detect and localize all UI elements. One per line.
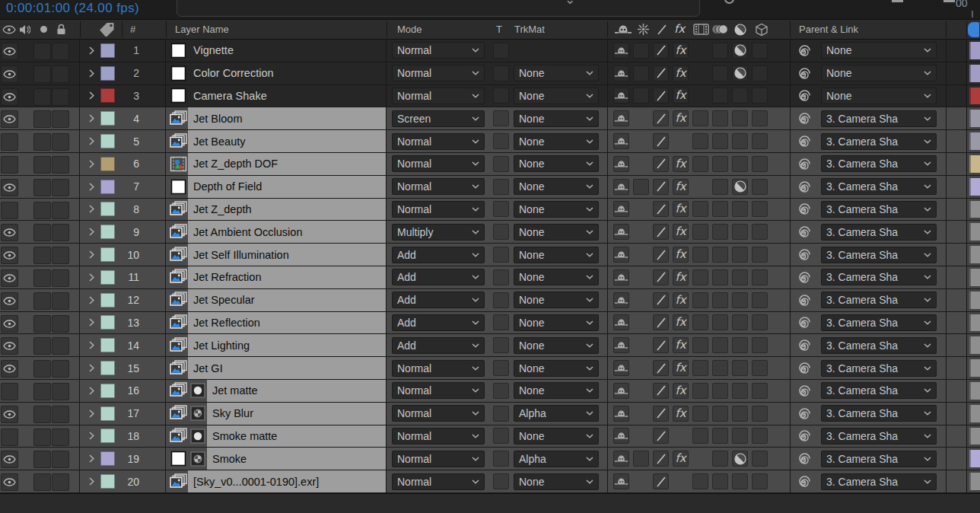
quality-toggle[interactable]	[653, 337, 669, 353]
collapse-transformations-icon[interactable]	[637, 20, 650, 39]
trkmat-dropdown[interactable]: None	[514, 314, 599, 331]
fx-toggle[interactable]: fx	[673, 110, 689, 126]
parent-dropdown[interactable]: None	[821, 65, 937, 81]
parent-dropdown[interactable]: 3. Camera Sha	[821, 224, 937, 241]
mode-dropdown[interactable]: Add	[392, 337, 485, 354]
pick-whip-icon[interactable]	[798, 89, 811, 102]
expand-chevron-icon[interactable]	[89, 205, 94, 213]
video-eye-toggle[interactable]	[1, 360, 18, 378]
label-color-swatch[interactable]	[100, 270, 115, 285]
collapse-transformations-toggle[interactable]	[633, 133, 649, 149]
timeline-track[interactable]	[966, 130, 980, 152]
label-color-swatch[interactable]	[100, 225, 115, 239]
layer-name-cell[interactable]: Jet Lighting	[166, 334, 387, 356]
t-switch-box[interactable]	[493, 383, 509, 399]
motion-blur-toggle[interactable]	[712, 292, 728, 308]
parent-dropdown[interactable]: 3. Camera Sha	[821, 201, 937, 218]
frame-blend-toggle[interactable]	[692, 360, 708, 376]
quality-toggle[interactable]	[653, 292, 669, 308]
expand-chevron-icon[interactable]	[89, 228, 94, 236]
layer-name-cell[interactable]: Depth of Field	[166, 176, 387, 198]
video-eye-toggle[interactable]	[1, 473, 18, 491]
t-switch-box[interactable]	[493, 473, 509, 489]
shy-toggle[interactable]	[613, 247, 629, 263]
shy-toggle[interactable]	[613, 360, 629, 376]
timeline-track[interactable]	[966, 176, 980, 198]
t-switch-box[interactable]	[493, 428, 509, 444]
fx-toggle[interactable]: fx	[673, 292, 689, 308]
column-hash[interactable]: #	[130, 20, 135, 39]
label-color-swatch[interactable]	[100, 66, 115, 81]
parent-dropdown[interactable]: 3. Camera Sha	[821, 451, 937, 467]
timeline-track[interactable]	[966, 334, 980, 356]
shy-toggle[interactable]	[613, 473, 629, 489]
cube-3d-toggle[interactable]	[752, 473, 768, 489]
layer-duration-bar[interactable]	[969, 314, 980, 332]
layer-name[interactable]: Jet matte	[207, 380, 386, 402]
layer-name-cell[interactable]: Jet matte	[166, 380, 387, 402]
adjustment-layer-toggle[interactable]	[732, 65, 748, 81]
mode-dropdown[interactable]: Normal	[392, 201, 485, 218]
lock-toggle[interactable]	[52, 179, 69, 196]
trkmat-dropdown[interactable]: None	[514, 269, 599, 285]
adjustment-layer-toggle[interactable]	[732, 269, 748, 285]
motion-blur-toggle[interactable]	[712, 133, 728, 149]
layer-name[interactable]: Depth of Field	[188, 176, 386, 198]
quality-toggle[interactable]	[653, 88, 669, 104]
lock-toggle[interactable]	[52, 65, 69, 83]
fx-toggle[interactable]: fx	[673, 201, 689, 217]
t-switch-box[interactable]	[493, 360, 509, 376]
quality-toggle[interactable]	[653, 314, 669, 330]
label-color-swatch[interactable]	[100, 474, 115, 489]
layer-name-cell[interactable]: Jet Refraction	[166, 266, 387, 288]
parent-dropdown[interactable]: 3. Camera Sha	[821, 405, 937, 422]
motion-blur-toggle[interactable]	[712, 156, 728, 172]
motion-blur-toggle[interactable]	[712, 247, 728, 263]
solo-toggle[interactable]	[33, 269, 51, 287]
label-color-swatch[interactable]	[100, 43, 115, 58]
video-eye-toggle[interactable]	[1, 315, 18, 333]
quality-toggle[interactable]	[653, 110, 669, 126]
parent-dropdown[interactable]: 3. Camera Sha	[821, 292, 937, 308]
collapse-transformations-toggle[interactable]	[633, 451, 649, 467]
timeline-track[interactable]	[966, 221, 980, 243]
video-eye-toggle[interactable]	[1, 451, 18, 468]
layer-duration-bar[interactable]	[969, 269, 980, 286]
trkmat-dropdown[interactable]: None	[514, 133, 599, 150]
cube-3d-toggle[interactable]	[752, 133, 768, 149]
mode-dropdown[interactable]: Normal	[392, 451, 485, 467]
parent-dropdown[interactable]: 3. Camera Sha	[821, 178, 937, 195]
layer-name[interactable]: Jet Lighting	[188, 334, 386, 356]
shy-toggle[interactable]	[613, 88, 629, 104]
lock-toggle[interactable]	[52, 292, 69, 310]
collapse-transformations-toggle[interactable]	[633, 224, 649, 240]
trkmat-dropdown[interactable]: Alpha	[514, 405, 599, 422]
lock-toggle[interactable]	[52, 156, 69, 174]
cube-3d-toggle[interactable]	[752, 247, 768, 263]
pick-whip-icon[interactable]	[798, 202, 811, 215]
shy-toggle[interactable]	[613, 201, 629, 217]
layer-name-cell[interactable]: Color Correction	[166, 62, 387, 84]
trkmat-dropdown[interactable]: None	[514, 473, 599, 490]
frame-blend-toggle[interactable]	[692, 224, 708, 240]
collapse-transformations-toggle[interactable]	[633, 360, 649, 376]
layer-name-cell[interactable]: Camera Shake	[166, 85, 387, 107]
trkmat-dropdown[interactable]: None	[514, 382, 599, 399]
mode-dropdown[interactable]: Normal	[392, 88, 485, 104]
layer-row[interactable]: 7Depth of FieldNormalNonefx3. Camera Sha	[0, 176, 980, 199]
solo-toggle[interactable]	[33, 88, 51, 106]
frame-blend-toggle[interactable]	[692, 337, 708, 353]
t-switch-box[interactable]	[493, 65, 509, 81]
shy-toggle[interactable]	[613, 314, 629, 330]
collapse-transformations-toggle[interactable]	[633, 473, 649, 489]
cube-3d-toggle[interactable]	[752, 269, 768, 285]
video-eye-toggle[interactable]	[1, 202, 18, 219]
adjustment-layer-toggle[interactable]	[732, 133, 748, 149]
t-switch-box[interactable]	[493, 337, 509, 353]
shy-toggle[interactable]	[613, 451, 629, 467]
motion-blur-toggle[interactable]	[712, 337, 728, 353]
solo-toggle[interactable]	[33, 202, 51, 219]
shy-toggle[interactable]	[613, 383, 629, 399]
layer-row[interactable]: 3Camera ShakeNormalNonefxNone	[0, 85, 980, 108]
solo-toggle[interactable]	[33, 429, 51, 446]
